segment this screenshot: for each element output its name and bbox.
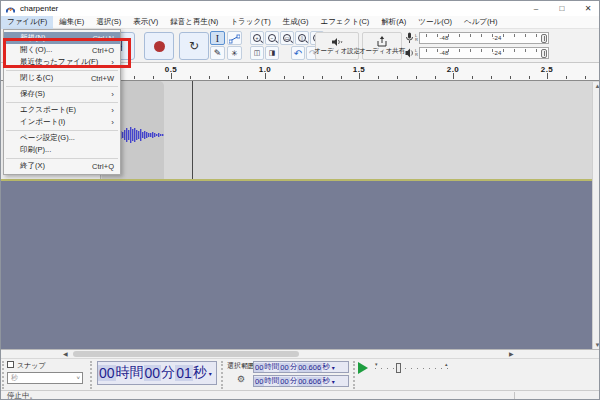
record-button[interactable]: [144, 32, 174, 60]
file-menu-item-6[interactable]: 保存(S)›: [4, 88, 120, 100]
time-digits[interactable]: 00.606: [297, 363, 322, 372]
toolbar-grip[interactable]: [221, 361, 224, 389]
time-unit: 時間: [116, 364, 144, 382]
menubar-item-7[interactable]: エフェクト(C): [315, 16, 376, 29]
bottom-toolbar: スナップ 秒 ˅ 00時間00分01秒▾ 選択範囲 ⚙ 00時間00分00.60…: [1, 358, 600, 390]
fit-project-icon: ▯: [298, 34, 306, 42]
selection-end-field[interactable]: 00時間00分00.606秒▾: [253, 375, 349, 387]
time-digits[interactable]: 00: [279, 363, 289, 372]
undo-button[interactable]: ↶: [291, 46, 305, 60]
draw-tool-button[interactable]: ✎: [210, 46, 225, 60]
submenu-arrow-icon: ›: [111, 90, 114, 99]
menubar-item-10[interactable]: ヘルプ(H): [458, 16, 503, 29]
playback-meter-bar: -48 -24: [419, 47, 549, 59]
menubar-item-0[interactable]: ファイル(F): [1, 16, 53, 29]
time-digits[interactable]: 00: [254, 363, 264, 372]
selection-tool-button[interactable]: I: [210, 31, 225, 45]
title-bar: charpenter – □ ✕: [1, 1, 600, 16]
file-menu-item-14[interactable]: 終了(X)Ctrl+Q: [4, 160, 120, 172]
trim-audio-button[interactable]: ◫: [250, 46, 264, 60]
ruler-minor-tick: [303, 76, 304, 79]
ruler-minor-tick: [510, 76, 511, 79]
ruler-minor-tick: [322, 76, 323, 79]
toolbar-grip[interactable]: [2, 361, 5, 389]
fit-selection-icon: ▭: [283, 34, 291, 42]
meter-tick: [470, 49, 471, 52]
meter-tick: [492, 49, 493, 52]
speed-slider-thumb[interactable]: [396, 363, 401, 373]
meter-tick: [525, 34, 526, 37]
time-format-dropdown-icon[interactable]: ▾: [332, 378, 335, 385]
menubar-item-8[interactable]: 解析(A): [375, 16, 412, 29]
ruler-minor-tick: [585, 76, 586, 79]
file-menu-item-11[interactable]: ページ設定(G)...: [4, 132, 120, 144]
meter-tick: [448, 49, 449, 52]
time-unit: 分: [290, 376, 298, 386]
recording-meter-bar: -48 -24: [419, 32, 549, 44]
share-audio-button[interactable]: オーディオ共有: [362, 32, 402, 60]
menubar-item-9[interactable]: ツール(O): [412, 16, 458, 29]
file-menu-item-8[interactable]: エクスポート(E)›: [4, 104, 120, 116]
minimize-button[interactable]: –: [523, 1, 549, 16]
envelope-tool-button[interactable]: [227, 31, 242, 45]
toolbar-grip[interactable]: [353, 361, 356, 389]
pencil-icon: ✎: [214, 48, 222, 58]
snap-label: スナップ: [17, 361, 46, 371]
time-format-dropdown-icon[interactable]: ▾: [332, 364, 335, 371]
file-menu-item-12[interactable]: 印刷(P)...: [4, 144, 120, 156]
snap-unit-select[interactable]: 秒 ˅: [7, 372, 83, 384]
microphone-icon: [405, 32, 414, 44]
fit-project-button[interactable]: ▯: [295, 31, 309, 45]
annotation-highlight-box: [3, 38, 131, 68]
play-at-speed-button[interactable]: [358, 362, 368, 374]
playback-meter[interactable]: LR -48 -24: [405, 46, 549, 60]
status-divider: [514, 392, 515, 400]
multi-tool-button[interactable]: ✳: [227, 46, 242, 60]
audio-position-field[interactable]: 00時間00分01秒▾: [97, 361, 217, 385]
horizontal-scrollbar[interactable]: ◀ ▶: [1, 349, 600, 358]
time-digits[interactable]: 01: [175, 365, 193, 381]
vertical-scrollbar[interactable]: ▲ ▼: [592, 82, 600, 349]
menubar-item-2[interactable]: 選択(S): [90, 16, 127, 29]
time-digits[interactable]: 00: [98, 365, 116, 381]
menubar-item-4[interactable]: 録音と再生(N): [164, 16, 224, 29]
meter-tick: [437, 34, 438, 37]
speed-slider[interactable]: [375, 368, 449, 369]
ruler-minor-tick: [416, 76, 417, 79]
zoom-out-button[interactable]: −: [265, 31, 279, 45]
submenu-arrow-icon: ›: [111, 118, 114, 127]
toolbar-grip[interactable]: [90, 361, 93, 389]
file-menu-item-4[interactable]: 閉じる(C)Ctrl+W: [4, 72, 120, 84]
selection-settings-gear-icon[interactable]: ⚙: [237, 374, 245, 384]
menubar-item-3[interactable]: 表示(V): [127, 16, 164, 29]
selection-start-field[interactable]: 00時間00分00.606秒▾: [253, 361, 349, 373]
time-digits[interactable]: 00: [254, 377, 264, 386]
time-digits[interactable]: 00: [144, 365, 162, 381]
recording-meter[interactable]: LR -48 -24: [405, 31, 549, 45]
time-digits[interactable]: 00.606: [297, 377, 322, 386]
record-icon: [154, 41, 165, 52]
menubar-item-1[interactable]: 編集(E): [53, 16, 90, 29]
share-upload-icon: [376, 36, 388, 47]
menubar-item-6[interactable]: 生成(G): [277, 16, 315, 29]
meter-tick: [503, 34, 504, 37]
menubar-item-5[interactable]: トラック(T): [224, 16, 276, 29]
meter-tick: [514, 49, 515, 52]
meter-tick: [459, 49, 460, 52]
audio-setup-button[interactable]: オーディオ設定: [315, 32, 359, 60]
time-format-dropdown-icon[interactable]: ▾: [209, 370, 212, 377]
snap-checkbox[interactable]: [7, 361, 14, 368]
scroll-up-icon[interactable]: ▲: [593, 83, 600, 89]
scroll-down-icon[interactable]: ▼: [593, 342, 600, 348]
status-bar: 停止中。: [1, 390, 600, 400]
close-button[interactable]: ✕: [575, 1, 600, 16]
horizontal-scroll-thumb[interactable]: [73, 351, 299, 357]
maximize-button[interactable]: □: [549, 1, 575, 16]
silence-audio-button[interactable]: ◨: [265, 46, 279, 60]
loop-button[interactable]: ↻: [179, 32, 209, 60]
zoom-in-button[interactable]: +: [250, 31, 264, 45]
file-menu-item-9[interactable]: インポート(I)›: [4, 116, 120, 128]
fit-selection-button[interactable]: ▭: [280, 31, 294, 45]
time-digits[interactable]: 00: [279, 377, 289, 386]
ruler-minor-tick: [228, 76, 229, 79]
